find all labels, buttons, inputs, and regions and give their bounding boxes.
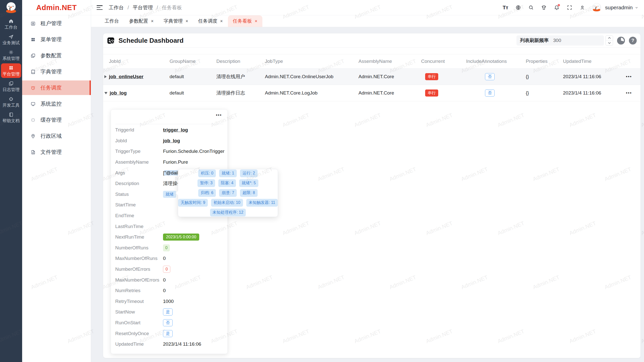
sidebar-item-system-monitor[interactable]: 系统监控 (22, 97, 91, 111)
app-logo[interactable] (5, 2, 17, 14)
tab-workbench[interactable]: 工作台 (100, 15, 124, 27)
breadcrumb-item-current: 任务看板 (162, 4, 182, 11)
column-header[interactable]: UpdatedTime (563, 59, 624, 64)
tab-label: 任务调度 (198, 18, 217, 24)
breadcrumb-item[interactable]: 平台管理 (133, 4, 153, 11)
notification-bell-icon[interactable] (554, 5, 560, 11)
detail-row: TriggerTypeFurion.Schedule.CronTrigger (115, 146, 224, 157)
rail-item-workbench[interactable]: 工作台 (1, 17, 21, 31)
help-icon[interactable]: ? (629, 37, 637, 44)
refresh-rate-label: 列表刷新频率 (520, 37, 549, 44)
sidebar-item-task-schedule[interactable]: 任务调度 (22, 80, 91, 95)
sidebar-item-admin-region[interactable]: 行政区域 (22, 129, 91, 143)
language-icon[interactable] (515, 5, 521, 11)
refresh-rate-stepper (606, 35, 613, 46)
row-more-actions-icon[interactable]: ••• (624, 90, 640, 96)
column-header[interactable]: JobType (265, 59, 358, 64)
job-id-link[interactable]: job_onlineUser (109, 74, 143, 79)
column-header[interactable]: Description (216, 59, 265, 64)
copy-icon (30, 53, 36, 58)
table-row[interactable]: job_onlineUser default 清理在线用户 Admin.NET.… (103, 69, 640, 85)
cell-description: 清理操作日志 (216, 90, 265, 96)
column-header[interactable]: GroupName (170, 59, 216, 64)
status-legend-tag: 未知触发器: 11 (246, 199, 278, 207)
rail-item-system-mgmt[interactable]: 系统管理 (1, 48, 21, 62)
fullscreen-icon[interactable] (567, 5, 573, 11)
user-menu[interactable]: superadmin (605, 5, 638, 11)
tab-bar: 工作台 参数配置 × 字典管理 × 任务调度 × 任务看板 × (91, 15, 644, 27)
cell-assembly: Admin.NET.Core (358, 74, 421, 79)
tab-task-schedule[interactable]: 任务调度 × (193, 15, 228, 27)
icon-rail: 工作台 业务测试 系统管理 平台管理 日志管理 开发工具 帮助文档 (0, 0, 22, 362)
breadcrumb: 工作台 / 平台管理 / 任务看板 (109, 4, 182, 11)
status-legend-tag: 崩溃: 7 (219, 189, 237, 197)
person-icon[interactable] (579, 5, 585, 11)
theme-shirt-icon[interactable] (541, 5, 547, 11)
refresh-rate-input[interactable]: 列表刷新频率 300 (516, 35, 604, 46)
notification-badge (558, 4, 560, 6)
tab-label: 字典管理 (164, 18, 183, 24)
rail-item-platform-mgmt[interactable]: 平台管理 (1, 63, 21, 78)
sidebar-item-file-mgmt[interactable]: 文件管理 (22, 145, 91, 159)
table-row[interactable]: job_log default 清理操作日志 Admin.NET.Core.Lo… (103, 85, 640, 101)
search-icon[interactable] (528, 5, 534, 11)
file-doc-icon (30, 150, 36, 155)
penguin-logo-icon (5, 2, 17, 14)
breadcrumb-item[interactable]: 工作台 (109, 4, 124, 11)
tab-close-icon[interactable]: × (186, 19, 188, 23)
rail-item-help-docs[interactable]: 帮助文档 (1, 110, 21, 125)
detail-row: MaxNumberOfErrors0 (115, 275, 224, 285)
font-size-icon[interactable]: Tт (502, 5, 508, 11)
detail-row: RunOnStart否 (115, 318, 224, 328)
monitor-icon (30, 101, 36, 107)
trigger-detail-card: ••• TriggerIdtrigger_log JobIdjob_log Tr… (111, 109, 228, 354)
sidebar-item-tenant-mgmt[interactable]: 租户管理 (22, 16, 91, 31)
collapse-caret-icon[interactable] (104, 92, 107, 94)
rail-item-log-mgmt[interactable]: 日志管理 (1, 79, 21, 94)
user-avatar[interactable] (592, 3, 601, 12)
trigger-id-link[interactable]: trigger_log (163, 127, 188, 133)
stepper-up-icon[interactable] (606, 36, 613, 41)
tab-close-icon[interactable]: × (151, 19, 154, 23)
map-pin-icon (30, 133, 36, 139)
detail-more-actions-icon[interactable]: ••• (216, 113, 222, 118)
sidebar-item-param-config[interactable]: 参数配置 (22, 48, 91, 63)
table-header-row: JobId GroupName Description JobType Asse… (103, 54, 640, 69)
status-tag[interactable]: 就绪 (163, 191, 176, 198)
column-header[interactable]: AssemblyName (358, 59, 421, 64)
rail-item-business-test[interactable]: 业务测试 (1, 32, 21, 47)
collapse-menu-icon[interactable] (97, 5, 103, 10)
rail-item-label: 日志管理 (3, 87, 20, 92)
sidebar-item-dict-mgmt[interactable]: 字典管理 (22, 64, 91, 79)
tab-close-icon[interactable]: × (220, 19, 223, 23)
column-header[interactable]: JobId (109, 59, 170, 64)
status-legend-tag: 积压: 0 (198, 169, 216, 177)
sidebar-item-cache-mgmt[interactable]: 缓存管理 (22, 113, 91, 127)
expand-caret-icon[interactable] (104, 75, 107, 78)
row-more-actions-icon[interactable]: ••• (624, 74, 640, 79)
rail-item-label: 平台管理 (3, 72, 20, 76)
status-legend-popover: 积压: 0 就绪: 1 运行: 2 暂停: 3 阻塞: 4 就绪*: 5 归档:… (178, 169, 278, 217)
job-id-link[interactable]: job_log (110, 90, 127, 96)
tab-label: 参数配置 (129, 18, 148, 24)
tab-task-dashboard[interactable]: 任务看板 × (228, 15, 263, 27)
status-legend-tag: 归档: 6 (198, 189, 216, 197)
dashboard-header: Schedule Dashboard 列表刷新频率 300 ? (103, 33, 640, 48)
cell-properties: {} (526, 74, 563, 79)
start-now-tag: 是 (163, 308, 173, 315)
rail-item-label: 系统管理 (3, 56, 20, 61)
tab-dict-mgmt[interactable]: 字典管理 × (159, 15, 193, 27)
sidebar-item-label: 参数配置 (41, 52, 62, 59)
rail-item-dev-tools[interactable]: 开发工具 (1, 95, 21, 109)
tab-close-icon[interactable]: × (255, 19, 258, 23)
column-header[interactable]: IncludeAnnotations (466, 59, 526, 64)
column-header[interactable]: Properties (526, 59, 563, 64)
detail-row: ResetOnlyOnce是 (115, 328, 224, 339)
tab-param-config[interactable]: 参数配置 × (124, 15, 159, 27)
stepper-down-icon[interactable] (606, 41, 613, 46)
sidebar-item-menu-mgmt[interactable]: 菜单管理 (22, 32, 91, 47)
column-header[interactable]: Concurrent (421, 59, 466, 64)
job-id-link[interactable]: job_log (163, 138, 180, 144)
job-ratio-pie-icon[interactable] (617, 37, 625, 44)
cell-updated-time: 2023/1/4 11:16:06 (563, 90, 624, 96)
